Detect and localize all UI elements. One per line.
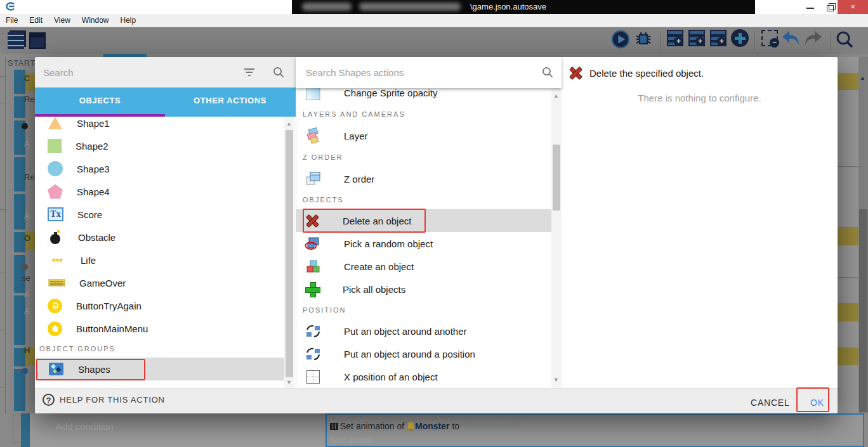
action-label: Layer — [344, 131, 368, 141]
menu-window[interactable]: Window — [76, 14, 115, 25]
delete-x-icon — [305, 213, 320, 228]
add-event-icon — [667, 30, 683, 46]
action-row-pick-all-objects[interactable]: Pick all objects — [296, 278, 551, 301]
action-label: Put an object around another — [344, 326, 466, 337]
object-row-ButtonTryAgain[interactable]: ButtonTryAgain — [35, 294, 296, 317]
nothing-to-configure-text: There is nothing to configure. — [562, 93, 838, 103]
action-list: Change Sprite opacityLAYERS AND CAMERASL… — [296, 81, 551, 388]
object-row-Shape3[interactable]: Shape3 — [35, 157, 296, 180]
menu-bar: FileEditViewWindowHelp — [0, 14, 868, 27]
action-row-put-an-object-around-a-position[interactable]: Put an object around a position — [296, 342, 551, 365]
close-button[interactable]: × — [838, 0, 868, 14]
minimize-button[interactable] — [801, 0, 820, 14]
scrollbar-thumb[interactable] — [286, 130, 293, 377]
scroll-down-icon[interactable]: ▼ — [553, 377, 559, 383]
shape3-icon — [48, 161, 63, 176]
action-search-input[interactable] — [306, 64, 528, 81]
menu-view[interactable]: View — [48, 14, 76, 25]
redacted-path: \game.json.autosave — [292, 0, 755, 14]
tab-other-actions[interactable]: OTHER ACTIONS — [165, 87, 295, 117]
filter-icon[interactable] — [243, 68, 256, 79]
action-label: X position of an object — [344, 372, 438, 382]
event-text-fragment: H — [24, 346, 30, 355]
help-icon: ? — [43, 394, 55, 406]
window-title: \game.json.autosave — [470, 2, 546, 11]
help-link[interactable]: ? HELP FOR THIS ACTION — [43, 394, 165, 406]
object-row-GameOver[interactable]: GameOver — [35, 271, 296, 294]
scroll-down-icon[interactable]: ▼ — [286, 379, 292, 385]
scroll-up-icon[interactable]: ▲ — [286, 120, 292, 127]
action-editor-dialog: OBJECTS OTHER ACTIONS Shape1Shape2Shape3… — [35, 57, 838, 413]
event-text-fragment: Re — [24, 172, 35, 182]
add-condition-label: Add condition — [56, 421, 114, 432]
toolbar-separator — [660, 31, 661, 50]
action-row-put-an-object-around-another[interactable]: Put an object around another — [296, 320, 551, 342]
action-row-x-position-of-an-object[interactable]: X position of an object — [296, 365, 551, 388]
monster-icon — [408, 422, 414, 431]
delete-action-icon — [568, 65, 583, 81]
object-list: Shape1Shape2Shape3Shape4TxScoreObstacle♥… — [35, 112, 296, 380]
object-row-Obstacle[interactable]: Obstacle — [35, 226, 296, 249]
project-structure-icon — [8, 32, 24, 49]
add-action-label: Add action — [330, 435, 372, 445]
object-label: Shape3 — [77, 164, 110, 174]
object-search-input[interactable] — [43, 63, 233, 81]
group-shapes-icon — [48, 361, 64, 377]
event-header-band — [838, 303, 858, 321]
action-row-delete-an-object[interactable]: Delete an object — [296, 209, 551, 232]
ruler-tick — [0, 103, 5, 103]
event-row-separator — [838, 277, 858, 278]
x-position-icon — [305, 368, 321, 385]
create-object-icon — [305, 258, 321, 275]
actions-cell: Set animation of Monster to "MonsterDead… — [326, 413, 864, 447]
menu-edit[interactable]: Edit — [23, 14, 48, 25]
gameover-icon — [48, 275, 65, 291]
cancel-button[interactable]: CANCEL — [744, 394, 796, 411]
shape2-icon — [48, 139, 62, 153]
object-row-Shape2[interactable]: Shape2 — [35, 134, 296, 157]
restore-button[interactable] — [822, 0, 839, 14]
group-label: Shapes — [78, 364, 110, 375]
action-search-bar — [296, 57, 562, 88]
tab-objects[interactable]: OBJECTS — [35, 87, 165, 117]
scrollbar-thumb[interactable] — [553, 145, 560, 211]
object-row-Shape4[interactable]: Shape4 — [35, 180, 296, 203]
object-reference: Monster — [415, 421, 449, 431]
remove-event-icon — [761, 30, 778, 46]
action-row-layer[interactable]: Layer — [296, 124, 551, 147]
menu-file[interactable]: File — [0, 14, 23, 25]
object-row-Life[interactable]: ♥♥♥Life — [35, 249, 296, 271]
event-header-band — [838, 73, 858, 90]
btn-tryagain-icon — [48, 299, 62, 313]
event-text-fragment: A — [24, 290, 30, 299]
toolbar-separator — [754, 31, 755, 50]
ruler-tick — [0, 209, 5, 210]
ok-button[interactable]: OK — [803, 394, 832, 411]
ruler-tick — [0, 76, 5, 77]
screen: START ▲ ▼ Add condition Set animation of… — [0, 0, 868, 447]
action-description: Delete the specified object. — [589, 68, 704, 79]
event-text-fragment: Re — [24, 94, 35, 104]
obstacle-icon — [48, 229, 64, 245]
event-text-fragment: A — [24, 139, 30, 148]
action-row-pick-a-random-object[interactable]: Pick a random object — [296, 232, 551, 255]
event-text-fragment: O — [24, 233, 30, 243]
action-row-z-order[interactable]: Z order — [296, 167, 551, 190]
group-row-Shapes[interactable]: Shapes — [35, 358, 284, 380]
scene-icon — [29, 32, 46, 49]
action-label: Put an object around a position — [344, 349, 475, 360]
ruler-tick — [0, 330, 5, 330]
event-item-icon — [22, 368, 28, 374]
action-label: Z order — [344, 174, 374, 185]
object-row-ButtonMainMenu[interactable]: ButtonMainMenu — [35, 317, 296, 340]
scene-tab-label: START — [8, 58, 36, 68]
menu-help[interactable]: Help — [115, 14, 142, 25]
event-bracket — [13, 415, 21, 443]
toolbar-separator — [830, 31, 831, 50]
scroll-up-icon[interactable]: ▲ — [553, 93, 559, 99]
layers-icon — [305, 127, 321, 144]
object-row-Score[interactable]: TxScore — [35, 203, 296, 226]
conditions-cell: Add condition — [30, 413, 326, 447]
action-row-create-an-object[interactable]: Create an object — [296, 255, 551, 278]
object-label: ButtonMainMenu — [76, 323, 148, 334]
